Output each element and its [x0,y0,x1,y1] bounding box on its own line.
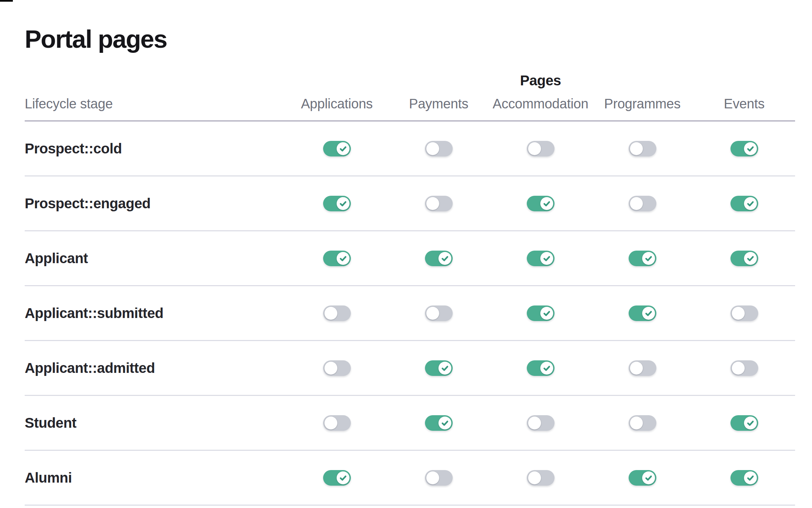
toggle-cell [693,415,795,431]
toggle-knob [540,197,553,210]
toggle-knob [426,307,439,320]
portal-pages-screen: Portal pages Pages Lifecycle stage Appli… [0,0,812,508]
toggle-student-payments[interactable] [425,415,453,431]
toggle-knob [426,471,439,484]
toggle-cell [490,196,591,211]
table-row-applicant-submitted: Applicant::submitted [25,286,795,341]
toggle-applicant-programmes[interactable] [629,251,656,266]
toggle-knob [744,471,757,484]
check-icon [338,254,348,263]
toggle-cell [286,415,388,431]
toggle-applicant-submitted-programmes[interactable] [629,305,656,321]
toggle-cell [591,305,693,321]
toggle-alumni-events[interactable] [730,470,758,486]
toggle-knob [744,197,757,210]
toggle-cell [388,415,490,431]
lifecycle-stage-label: Student [25,415,286,431]
toggle-knob [540,307,553,320]
toggle-applicant-admitted-applications[interactable] [323,360,351,376]
toggle-cell [286,470,388,486]
toggle-applicant-submitted-events[interactable] [730,305,758,321]
toggle-cell [388,470,490,486]
table-row-prospect-cold: Prospect::cold [25,122,795,176]
toggle-student-applications[interactable] [323,415,351,431]
toggle-applicant-accommodation[interactable] [527,251,555,266]
toggle-prospect-cold-payments[interactable] [425,141,453,156]
toggle-prospect-engaged-events[interactable] [730,196,758,211]
column-header-applications: Applications [286,96,388,111]
toggle-prospect-engaged-payments[interactable] [425,196,453,211]
toggle-applicant-admitted-payments[interactable] [425,360,453,376]
toggle-prospect-engaged-programmes[interactable] [629,196,656,211]
check-icon [746,199,755,208]
toggle-cell [388,305,490,321]
check-icon [746,473,755,483]
toggle-alumni-accommodation[interactable] [527,470,555,486]
toggle-knob [528,142,541,155]
toggle-applicant-applications[interactable] [323,251,351,266]
check-icon [338,199,348,208]
page-title: Portal pages [25,24,812,54]
lifecycle-stage-column-header: Lifecycle stage [25,96,286,111]
toggle-cell [591,360,693,376]
toggle-cell [286,251,388,266]
check-icon [746,144,755,153]
toggle-alumni-programmes[interactable] [629,470,656,486]
toggle-cell [490,141,591,156]
lifecycle-stage-label: Alumni [25,470,286,486]
table-row-applicant-admitted: Applicant::admitted [25,341,795,396]
check-icon [542,309,551,318]
toggle-prospect-engaged-applications[interactable] [323,196,351,211]
toggle-applicant-events[interactable] [730,251,758,266]
toggle-student-accommodation[interactable] [527,415,555,431]
toggle-knob [540,362,553,375]
toggle-cell [388,251,490,266]
toggle-applicant-payments[interactable] [425,251,453,266]
toggle-applicant-submitted-applications[interactable] [323,305,351,321]
window-edge-artifact [0,0,13,2]
toggle-prospect-cold-events[interactable] [730,141,758,156]
toggle-knob [642,307,655,320]
toggle-student-events[interactable] [730,415,758,431]
toggle-applicant-admitted-accommodation[interactable] [527,360,555,376]
toggle-prospect-cold-applications[interactable] [323,141,351,156]
lifecycle-stage-label: Applicant::admitted [25,360,286,376]
check-icon [746,254,755,263]
toggle-cell [286,360,388,376]
toggle-prospect-cold-programmes[interactable] [629,141,656,156]
toggle-cell [591,415,693,431]
toggle-knob [540,252,553,265]
lifecycle-stage-label: Prospect::cold [25,141,286,157]
table-row-applicant: Applicant [25,231,795,286]
toggle-cell [591,196,693,211]
table-header-row: Lifecycle stage ApplicationsPaymentsAcco… [25,96,795,122]
toggle-alumni-applications[interactable] [323,470,351,486]
toggle-cell [693,251,795,266]
column-header-programmes: Programmes [591,96,693,111]
toggle-cell [286,141,388,156]
check-icon [644,473,653,483]
pages-group-header: Pages [286,72,795,89]
toggle-cell [388,360,490,376]
toggle-applicant-submitted-accommodation[interactable] [527,305,555,321]
check-icon [440,418,450,428]
toggle-cell [286,305,388,321]
toggle-cell [591,251,693,266]
toggle-prospect-cold-accommodation[interactable] [527,141,555,156]
toggle-applicant-admitted-programmes[interactable] [629,360,656,376]
toggle-knob [642,471,655,484]
toggle-prospect-engaged-accommodation[interactable] [527,196,555,211]
toggle-student-programmes[interactable] [629,415,656,431]
toggle-cell [693,305,795,321]
toggle-knob [630,197,643,210]
toggle-cell [490,360,591,376]
table-body: Prospect::coldProspect::engagedApplicant… [25,122,795,506]
toggle-knob [744,417,757,429]
toggle-alumni-payments[interactable] [425,470,453,486]
toggle-knob [324,417,337,429]
toggle-applicant-admitted-events[interactable] [730,360,758,376]
toggle-applicant-submitted-payments[interactable] [425,305,453,321]
toggle-cell [693,141,795,156]
toggle-knob [630,362,643,375]
toggle-knob [426,142,439,155]
